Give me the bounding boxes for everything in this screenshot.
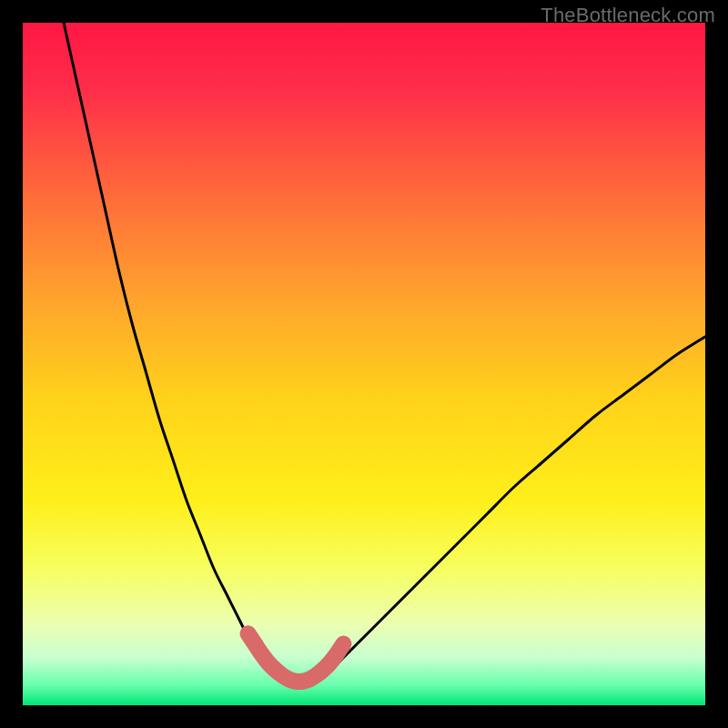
salmon-bump-path [248, 633, 344, 682]
plot-area [23, 23, 705, 705]
chart-frame: TheBottleneck.com [0, 0, 728, 728]
main-curve-path [64, 23, 705, 685]
bottleneck-curve [23, 23, 705, 705]
